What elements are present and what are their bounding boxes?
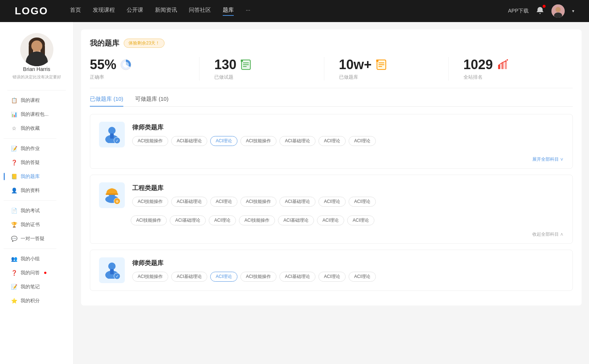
bank-card-1-title: 律师类题库: [132, 123, 564, 132]
tag-1-2[interactable]: ACI理论: [210, 197, 237, 207]
nav-home[interactable]: 首页: [70, 7, 81, 16]
tag-2-1[interactable]: ACI基础理论: [171, 272, 207, 282]
tag-0-6[interactable]: ACI理论: [349, 136, 376, 146]
qa-notification-dot: [44, 272, 46, 274]
stat-value-row-4: 1029: [463, 57, 508, 72]
tag-1-r2-5[interactable]: ACI理论: [317, 215, 344, 225]
svg-rect-26: [505, 61, 507, 69]
stat-value-row-2: 130: [214, 57, 252, 72]
nav-bank[interactable]: 题库: [223, 7, 234, 16]
tag-1-r2-0[interactable]: ACI技能操作: [131, 215, 167, 225]
svg-point-2: [556, 7, 561, 12]
sidebar-item-my-qa[interactable]: ❓ 我的问答: [4, 266, 70, 280]
navbar-right: APP下载 ▾: [508, 4, 574, 18]
my-course-icon: 📋: [11, 97, 17, 103]
sidebar-item-certificate[interactable]: 🏆 我的证书: [4, 218, 70, 232]
tag-1-r2-1[interactable]: ACI基础理论: [170, 215, 206, 225]
tag-0-4[interactable]: ACI基础理论: [279, 136, 315, 146]
check-badge-inner: ✓: [114, 138, 120, 143]
nav-news[interactable]: 新闻资讯: [155, 7, 177, 16]
sidebar-item-label: 我的收藏: [21, 125, 40, 132]
sidebar-item-notes[interactable]: 📝 我的笔记: [4, 280, 70, 294]
sidebar-item-homework[interactable]: 📝 我的作业: [4, 142, 70, 156]
check-badge-inner-2: ✓: [114, 273, 120, 279]
tab-available-banks[interactable]: 可做题库 (10): [135, 96, 169, 106]
tag-2-5[interactable]: ACI理论: [318, 272, 346, 282]
tag-1-r2-4[interactable]: ACI基础理论: [278, 215, 314, 225]
logo[interactable]: LOGO: [15, 5, 48, 17]
tag-2-2[interactable]: ACI理论: [210, 272, 237, 282]
tag-1-1[interactable]: ACI基础理论: [171, 197, 207, 207]
svg-point-27: [505, 60, 507, 62]
sidebar-item-one-on-one[interactable]: 💬 一对一答疑: [4, 232, 70, 246]
nav-qa[interactable]: 问答社区: [189, 7, 211, 16]
sidebar-item-qa[interactable]: ❓ 我的答疑: [4, 156, 70, 169]
sidebar-item-label: 我的作业: [21, 145, 40, 152]
tag-1-r2-2[interactable]: ACI理论: [209, 215, 236, 225]
doc-green-icon: [240, 59, 252, 71]
nav-open-course[interactable]: 公开课: [127, 7, 143, 16]
sidebar-menu: 📋 我的课程 📊 我的课程包... ☆ 我的收藏 📝 我的作业 ❓ 我的答疑 �: [0, 93, 73, 308]
app-download-button[interactable]: APP下载: [508, 8, 529, 14]
tag-0-5[interactable]: ACI理论: [318, 136, 346, 146]
main-card: 我的题库 体验剩余23天！ 55% 正确率: [81, 29, 582, 306]
homework-icon: 📝: [11, 146, 17, 151]
sidebar-item-course-package[interactable]: 📊 我的课程包...: [4, 107, 70, 121]
tag-0-1[interactable]: ACI基础理论: [171, 136, 207, 146]
sidebar-item-points[interactable]: ⭐ 我的积分: [4, 294, 70, 308]
nav-discover[interactable]: 发现课程: [93, 7, 115, 16]
page-title: 我的题库: [90, 38, 119, 48]
tag-2-0[interactable]: ACI技能操作: [132, 272, 168, 282]
notification-bell[interactable]: [536, 6, 544, 16]
svg-rect-25: [501, 63, 504, 69]
svg-point-35: [108, 263, 116, 270]
tag-1-r2-6[interactable]: ACI理论: [347, 215, 374, 225]
sidebar-item-label: 我的考试: [21, 207, 40, 214]
bank-card-2-tags-row2: ACI技能操作 ACI基础理论 ACI理论 ACI技能操作 ACI基础理论 AC…: [90, 215, 572, 230]
bank-icon: 📒: [11, 174, 17, 179]
rank-value: 1029: [463, 57, 493, 72]
sidebar-item-bank[interactable]: 📒 我的题库: [4, 169, 70, 183]
bank-card-2-title: 工程类题库: [132, 184, 564, 192]
my-qa-icon: ❓: [11, 270, 17, 276]
sidebar-item-favorites[interactable]: ☆ 我的收藏: [4, 121, 70, 135]
tag-2-4[interactable]: ACI基础理论: [279, 272, 315, 282]
tag-1-r2-3[interactable]: ACI技能操作: [239, 215, 275, 225]
tag-0-3[interactable]: ACI技能操作: [240, 136, 276, 146]
tag-1-4[interactable]: ACI基础理论: [279, 197, 315, 207]
sidebar-item-exam[interactable]: 📄 我的考试: [4, 204, 70, 218]
points-icon: ⭐: [11, 298, 17, 304]
course-package-icon: 📊: [11, 111, 17, 117]
tag-0-2[interactable]: ACI理论: [210, 136, 237, 146]
avatar[interactable]: [551, 4, 565, 18]
stats-row: 55% 正确率 130: [90, 57, 573, 88]
helmet-icon-wrap: ⊕: [103, 185, 121, 205]
tab-done-banks[interactable]: 已做题库 (10): [90, 96, 123, 106]
done-banks-label: 已做题库: [339, 74, 358, 81]
tag-2-3[interactable]: ACI技能操作: [240, 272, 276, 282]
tag-1-5[interactable]: ACI理论: [318, 197, 346, 207]
sidebar-item-my-course[interactable]: 📋 我的课程: [4, 93, 70, 107]
tag-1-0[interactable]: ACI技能操作: [132, 197, 168, 207]
sidebar-item-group[interactable]: 👥 我的小组: [4, 252, 70, 266]
svg-rect-33: [106, 193, 118, 195]
helmet-badge: ⊕: [114, 198, 120, 204]
sidebar-item-label: 我的小组: [21, 256, 40, 262]
nav-more[interactable]: ···: [246, 7, 250, 16]
accuracy-value: 55%: [90, 57, 116, 72]
bank-card-1-footer: 展开全部科目 ∨: [90, 155, 572, 168]
tag-1-3[interactable]: ACI技能操作: [240, 197, 276, 207]
tag-1-6[interactable]: ACI理论: [349, 197, 376, 207]
profile-icon: 👤: [11, 188, 17, 193]
tag-2-6[interactable]: ACI理论: [349, 272, 376, 282]
collapse-button-2[interactable]: 收起全部科目 ∧: [532, 231, 564, 238]
sidebar-username: Brian Harris: [23, 66, 50, 72]
bell-icon: [536, 6, 544, 14]
svg-point-0: [540, 13, 541, 14]
expand-button-1[interactable]: 展开全部科目 ∨: [532, 156, 564, 163]
sidebar-item-profile[interactable]: 👤 我的资料: [4, 183, 70, 197]
navbar: LOGO 首页 发现课程 公开课 新闻资讯 问答社区 题库 ··· APP下载 …: [0, 0, 589, 22]
tag-0-0[interactable]: ACI技能操作: [132, 136, 168, 146]
divider-3: [4, 200, 56, 201]
user-dropdown-arrow[interactable]: ▾: [572, 8, 574, 14]
